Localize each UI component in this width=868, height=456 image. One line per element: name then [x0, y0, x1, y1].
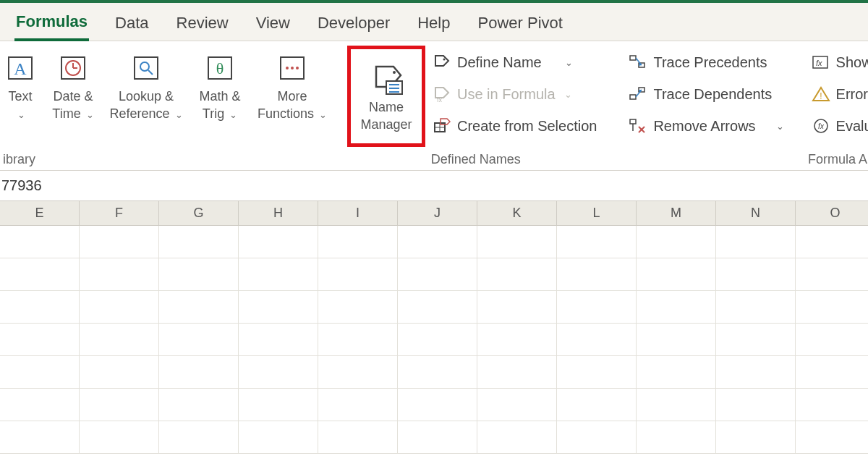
cell[interactable]: [796, 356, 868, 388]
cell[interactable]: [477, 258, 557, 290]
cell[interactable]: [80, 421, 159, 453]
cell[interactable]: [159, 324, 239, 355]
cell[interactable]: [0, 389, 80, 421]
cell[interactable]: [398, 389, 477, 421]
cell[interactable]: [80, 291, 159, 323]
cell[interactable]: [637, 258, 716, 290]
cell[interactable]: [557, 421, 637, 453]
column-header[interactable]: K: [477, 201, 557, 225]
column-header[interactable]: H: [239, 201, 318, 225]
error-checking-button[interactable]: ! Error C: [807, 80, 868, 108]
cell[interactable]: [80, 389, 159, 421]
tab-formulas[interactable]: Formulas: [14, 9, 89, 41]
cell[interactable]: [318, 226, 398, 258]
cell[interactable]: [477, 421, 557, 453]
cell[interactable]: [796, 421, 868, 453]
cell[interactable]: [239, 324, 318, 355]
cell[interactable]: [637, 291, 716, 323]
spreadsheet-grid[interactable]: [0, 226, 868, 454]
cell[interactable]: [557, 389, 637, 421]
cell[interactable]: [0, 324, 80, 355]
cell[interactable]: [796, 226, 868, 258]
column-header[interactable]: E: [0, 201, 80, 225]
cell[interactable]: [318, 258, 398, 290]
cell[interactable]: [159, 226, 239, 258]
cell[interactable]: [318, 356, 398, 388]
tab-help[interactable]: Help: [416, 11, 451, 40]
cell[interactable]: [557, 258, 637, 290]
cell[interactable]: [398, 324, 477, 355]
cell[interactable]: [637, 421, 716, 453]
cell[interactable]: [557, 226, 637, 258]
cell[interactable]: [398, 356, 477, 388]
cell[interactable]: [716, 291, 796, 323]
show-formulas-button[interactable]: fx Show: [807, 48, 868, 76]
cell[interactable]: [716, 324, 796, 355]
cell[interactable]: [0, 258, 80, 290]
cell[interactable]: [0, 356, 80, 388]
create-from-selection-button[interactable]: Create from Selection: [428, 112, 601, 140]
trace-dependents-button[interactable]: Trace Dependents: [624, 80, 788, 108]
cell[interactable]: [398, 226, 477, 258]
cell[interactable]: [637, 389, 716, 421]
name-manager-button[interactable]: Name Manager: [347, 46, 425, 147]
cell[interactable]: [80, 226, 159, 258]
column-header[interactable]: F: [80, 201, 159, 225]
cell[interactable]: [716, 356, 796, 388]
column-header[interactable]: J: [398, 201, 477, 225]
column-header[interactable]: N: [716, 201, 796, 225]
date-time-functions-button[interactable]: Date & Time ⌄: [45, 46, 101, 122]
cell[interactable]: [716, 258, 796, 290]
column-header[interactable]: G: [159, 201, 239, 225]
cell[interactable]: [716, 389, 796, 421]
lookup-reference-functions-button[interactable]: Lookup & Reference ⌄: [107, 46, 185, 122]
cell[interactable]: [159, 421, 239, 453]
cell[interactable]: [557, 324, 637, 355]
cell[interactable]: [716, 421, 796, 453]
cell[interactable]: [637, 324, 716, 355]
cell[interactable]: [477, 291, 557, 323]
cell[interactable]: [0, 226, 80, 258]
cell[interactable]: [557, 291, 637, 323]
cell[interactable]: [557, 356, 637, 388]
cell[interactable]: [80, 356, 159, 388]
column-header[interactable]: M: [637, 201, 716, 225]
cell[interactable]: [398, 258, 477, 290]
cell[interactable]: [477, 356, 557, 388]
cell[interactable]: [0, 291, 80, 323]
tab-data[interactable]: Data: [114, 11, 150, 40]
cell[interactable]: [637, 226, 716, 258]
cell[interactable]: [796, 324, 868, 355]
more-functions-button[interactable]: More Functions ⌄: [255, 46, 330, 122]
tab-view[interactable]: View: [255, 11, 292, 40]
cell[interactable]: [637, 356, 716, 388]
tab-review[interactable]: Review: [175, 11, 230, 40]
cell[interactable]: [796, 258, 868, 290]
cell[interactable]: [239, 258, 318, 290]
cell[interactable]: [239, 291, 318, 323]
column-header[interactable]: L: [557, 201, 637, 225]
column-header[interactable]: O: [796, 201, 868, 225]
cell[interactable]: [159, 389, 239, 421]
cell[interactable]: [318, 389, 398, 421]
trace-precedents-button[interactable]: Trace Precedents: [624, 48, 788, 76]
cell[interactable]: [318, 291, 398, 323]
cell[interactable]: [477, 389, 557, 421]
cell[interactable]: [0, 421, 80, 453]
column-header[interactable]: I: [318, 201, 398, 225]
cell[interactable]: [239, 389, 318, 421]
remove-arrows-button[interactable]: Remove Arrows ⌄: [624, 112, 788, 140]
cell[interactable]: [159, 291, 239, 323]
cell[interactable]: [159, 258, 239, 290]
cell[interactable]: [318, 324, 398, 355]
cell[interactable]: [239, 356, 318, 388]
cell[interactable]: [80, 258, 159, 290]
cell[interactable]: [796, 389, 868, 421]
cell[interactable]: [796, 291, 868, 323]
math-trig-functions-button[interactable]: θ Math & Trig ⌄: [191, 46, 249, 122]
cell[interactable]: [716, 226, 796, 258]
cell[interactable]: [159, 356, 239, 388]
cell[interactable]: [239, 421, 318, 453]
tab-developer[interactable]: Developer: [316, 11, 391, 40]
cell[interactable]: [477, 226, 557, 258]
